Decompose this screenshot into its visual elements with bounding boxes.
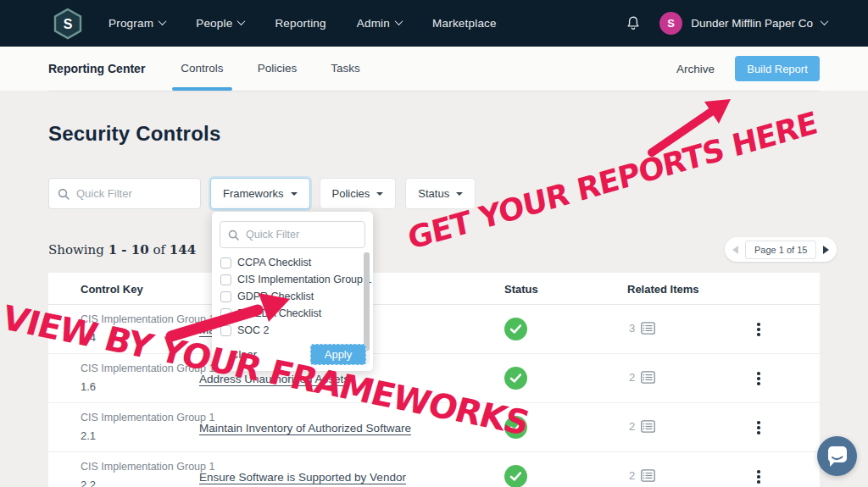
filter-bar: Frameworks Policies Status: [48, 178, 476, 209]
control-name-link[interactable]: Maintain Inventory of Authorized Softwar…: [199, 422, 411, 434]
menu-item-admin[interactable]: Admin: [357, 17, 402, 30]
column-header-control-key: Control Key: [81, 283, 143, 296]
table-row: CIS Implementation Group 1 2.1 Maintain …: [48, 403, 820, 452]
chevron-down-icon: [237, 17, 246, 25]
policies-filter-button[interactable]: Policies: [320, 178, 397, 209]
framework-option-soc2[interactable]: SOC 2: [220, 322, 270, 339]
related-items-cell[interactable]: 3: [629, 322, 655, 335]
control-group: CIS Implementation Group 1: [81, 412, 214, 423]
chat-launcher-button[interactable]: [817, 436, 857, 476]
page-title: Security Controls: [48, 122, 220, 146]
app-window: S Program People Reporting Admin Marketp…: [0, 0, 868, 487]
previous-page-icon[interactable]: [732, 246, 738, 254]
menu-item-marketplace[interactable]: Marketplace: [432, 17, 497, 30]
row-menu-icon[interactable]: [753, 369, 765, 388]
dropdown-search-input[interactable]: [246, 229, 348, 241]
search-icon: [228, 230, 239, 241]
chevron-down-icon: [159, 17, 167, 25]
controls-table: Control Key Status Related Items CIS Imp…: [48, 273, 820, 487]
apply-filters-button[interactable]: Apply: [310, 344, 366, 365]
control-name-link[interactable]: Address Unauthorized Assets: [199, 373, 349, 385]
control-group: CIS Implementation Group 1: [81, 362, 214, 374]
status-complete-icon: [504, 416, 527, 439]
related-items-icon: [641, 322, 655, 335]
control-group: CIS Implementation Group 1: [81, 313, 214, 325]
app-logo[interactable]: S: [53, 8, 83, 40]
frameworks-dropdown-panel: CCPA Checklist CIS Implementation Group …: [212, 212, 373, 371]
related-items-cell[interactable]: 2: [629, 371, 655, 384]
tab-tasks[interactable]: Tasks: [331, 47, 360, 91]
quick-filter-input[interactable]: [76, 187, 186, 200]
checkbox[interactable]: [220, 291, 231, 302]
related-items-icon: [641, 371, 655, 384]
pagination: Page 1 of 15: [725, 237, 837, 262]
framework-option-cis[interactable]: CIS Implementation Group 1: [220, 271, 371, 288]
table-row: CIS Implementation Group 1 1.6 Address U…: [48, 354, 820, 403]
checkbox[interactable]: [220, 325, 231, 336]
chevron-down-icon: [821, 17, 829, 25]
notifications-button[interactable]: [626, 15, 641, 31]
account-menu[interactable]: S Dunder Mifflin Paper Co: [659, 12, 827, 35]
caret-down-icon: [291, 192, 298, 196]
hexagon-logo-icon: S: [53, 8, 83, 40]
column-header-related-items: Related Items: [627, 283, 699, 296]
page-indicator: Page 1 of 15: [745, 241, 816, 259]
scrollbar-thumb[interactable]: [364, 252, 370, 351]
menu-item-program[interactable]: Program: [108, 17, 165, 30]
related-items-cell[interactable]: 2: [629, 469, 655, 482]
status-filter-button[interactable]: Status: [405, 178, 476, 209]
table-row: CIS Implementation Group 1 2.2 Ensure So…: [48, 452, 820, 487]
control-key: 2.1: [81, 429, 96, 442]
tab-controls[interactable]: Controls: [181, 47, 223, 91]
search-icon: [58, 188, 70, 200]
column-header-status: Status: [504, 283, 538, 296]
framework-option-pipeda[interactable]: PIPEDA Checklist: [220, 305, 321, 322]
status-complete-icon: [504, 318, 527, 340]
framework-option-ccpa[interactable]: CCPA Checklist: [220, 254, 311, 271]
status-complete-icon: [504, 367, 527, 390]
navbar-right: S Dunder Mifflin Paper Co: [626, 12, 827, 35]
bell-icon: [626, 15, 641, 31]
report-tabs: Controls Policies Tasks: [181, 47, 359, 91]
control-name-link[interactable]: Ensure Software is Supported by Vendor: [199, 471, 406, 484]
control-key: 2.2: [81, 479, 96, 487]
status-complete-icon: [504, 465, 527, 487]
related-items-icon: [641, 469, 655, 482]
related-items-cell[interactable]: 2: [629, 420, 655, 433]
archive-link[interactable]: Archive: [676, 63, 715, 75]
control-key: 1.6: [81, 380, 96, 393]
menu-item-reporting[interactable]: Reporting: [275, 17, 326, 30]
caret-down-icon: [456, 192, 463, 196]
menu-item-people[interactable]: People: [196, 17, 244, 30]
frameworks-filter-button[interactable]: Frameworks: [210, 178, 310, 209]
caret-down-icon: [376, 192, 383, 196]
main-menu: Program People Reporting Admin Marketpla…: [108, 17, 497, 30]
row-menu-icon[interactable]: [753, 320, 765, 339]
subnav-divider: [48, 91, 820, 91]
tab-policies[interactable]: Policies: [258, 47, 298, 91]
annotation-arrow-to-build-report: [640, 85, 750, 165]
control-key: 1.4: [81, 331, 96, 344]
table-row: CIS Implementation Group 1 1.4 Maintain …: [48, 305, 820, 354]
framework-option-gdpr[interactable]: GDPR Checklist: [220, 288, 314, 305]
account-name: Dunder Mifflin Paper Co: [691, 17, 813, 30]
checkbox[interactable]: [220, 257, 231, 268]
row-menu-icon[interactable]: [753, 418, 765, 437]
account-avatar: S: [659, 12, 682, 35]
results-summary: Showing 1 - 10 of 144: [48, 242, 196, 257]
related-items-icon: [641, 420, 655, 433]
chevron-down-icon: [395, 17, 403, 25]
top-navbar: S Program People Reporting Admin Marketp…: [0, 0, 868, 47]
reporting-subnav: Reporting Center Controls Policies Tasks…: [0, 47, 868, 91]
row-menu-icon[interactable]: [753, 468, 765, 486]
clear-filters-link[interactable]: Clear: [231, 348, 257, 361]
build-report-button[interactable]: Build Report: [735, 56, 820, 81]
next-page-icon[interactable]: [823, 246, 829, 254]
reporting-center-title: Reporting Center: [48, 62, 145, 75]
checkbox[interactable]: [220, 308, 231, 319]
chat-bubble-icon: [817, 436, 857, 476]
dropdown-search[interactable]: [220, 221, 365, 248]
quick-filter-search[interactable]: [48, 178, 201, 209]
checkbox[interactable]: [220, 274, 231, 285]
annotation-get-reports: GET YOUR REPORTS HERE: [405, 95, 856, 257]
